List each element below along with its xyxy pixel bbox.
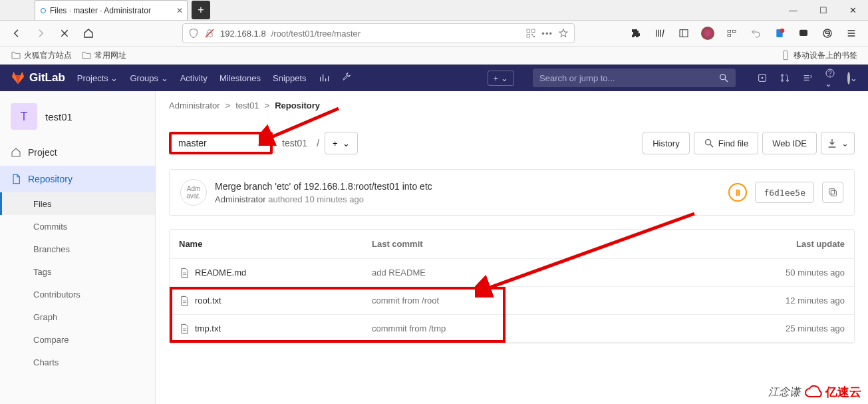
gitlab-brand[interactable]: GitLab (11, 71, 65, 85)
svg-point-17 (720, 75, 726, 80)
nav-snippets[interactable]: Snippets (273, 73, 307, 83)
folder-icon (11, 50, 21, 61)
svg-point-25 (829, 75, 830, 76)
copy-sha-button[interactable] (822, 182, 843, 203)
commit-title[interactable]: Merge branch 'etc' of 192.168.1.8:root/t… (215, 181, 720, 192)
url-bar[interactable]: 192.168.1.8/root/test01/tree/master ••• (182, 23, 575, 43)
undo-icon[interactable] (746, 23, 766, 43)
search-input[interactable] (539, 73, 718, 83)
sidebar-sub-branches[interactable]: Branches (0, 238, 155, 260)
sidebar-sub-tags[interactable]: Tags (0, 260, 155, 283)
sidebar-item-repository[interactable]: Repository (0, 166, 155, 192)
forward-button[interactable] (31, 23, 51, 43)
merge-requests-icon[interactable] (780, 73, 790, 83)
sidebar-sub-charts[interactable]: Charts (0, 351, 155, 373)
new-tab-button[interactable]: + (192, 1, 210, 19)
home-button[interactable] (78, 23, 98, 43)
svg-rect-7 (680, 30, 688, 37)
sidebar-toggle-icon[interactable] (674, 23, 694, 43)
branch-selector[interactable]: master ⌄ (169, 132, 273, 154)
crumb-admin[interactable]: Administrator (169, 101, 220, 110)
sidebar-sub-files[interactable]: Files (0, 192, 155, 215)
menu-button[interactable] (841, 23, 861, 43)
cloud-icon (804, 385, 824, 399)
svg-rect-4 (527, 34, 530, 37)
back-button[interactable] (7, 23, 27, 43)
sidebar-sub-contributors[interactable]: Contributors (0, 283, 155, 305)
svg-point-22 (782, 80, 784, 82)
svg-point-23 (787, 80, 789, 82)
qr-icon[interactable] (525, 28, 536, 39)
sidebar-project-header[interactable]: T test01 (0, 99, 155, 139)
pipeline-status-icon[interactable]: ⏸ (728, 183, 747, 202)
history-button[interactable]: History (643, 132, 689, 154)
help-icon[interactable]: ⌄ (825, 68, 835, 89)
minimize-button[interactable]: — (778, 1, 808, 20)
svg-line-18 (725, 79, 728, 82)
web-ide-button[interactable]: Web IDE (762, 132, 817, 154)
project-name: test01 (45, 111, 72, 122)
maximize-button[interactable]: ☐ (808, 1, 838, 20)
browser-titlebar: Files · master · Administrator ✕ + — ☐ ✕ (0, 0, 868, 21)
col-update: Last update (725, 239, 845, 249)
issues-icon[interactable] (757, 73, 768, 83)
pocket-icon[interactable] (794, 23, 813, 43)
nav-milestones[interactable]: Milestones (219, 73, 261, 83)
nav-admin-icon[interactable] (341, 73, 352, 83)
svg-rect-11 (728, 34, 731, 36)
bookmark-folder-firefox[interactable]: 火狐官方站点 (11, 50, 72, 61)
mobile-bookmarks[interactable]: 移动设备上的书签 (780, 50, 857, 61)
library-icon[interactable] (650, 23, 670, 43)
watermark: 江念谦 亿速云 (768, 384, 861, 400)
svg-rect-29 (829, 189, 835, 194)
sidebar-sub-compare[interactable]: Compare (0, 328, 155, 351)
sidebar-sub-commits[interactable]: Commits (0, 215, 155, 238)
file-name[interactable]: README.md (179, 268, 372, 278)
e-icon[interactable] (817, 23, 837, 43)
close-window-button[interactable]: ✕ (838, 1, 868, 20)
extensions-icon[interactable] (626, 23, 646, 43)
window-controls: — ☐ ✕ (778, 1, 868, 20)
svg-rect-3 (532, 29, 535, 33)
nav-stats-icon[interactable] (319, 73, 329, 83)
url-host: 192.168.1.8 (220, 29, 266, 39)
svg-line-27 (710, 144, 713, 147)
page-actions-icon[interactable]: ••• (541, 29, 553, 39)
svg-point-21 (782, 75, 784, 77)
svg-rect-6 (533, 36, 535, 37)
sidebar-sub-graph[interactable]: Graph (0, 305, 155, 328)
customize-icon[interactable] (722, 23, 742, 43)
sidebar-item-project[interactable]: Project (0, 139, 155, 166)
crumb-project[interactable]: test01 (235, 101, 259, 110)
bookmarks-bar: 火狐官方站点 常用网址 移动设备上的书签 (0, 47, 868, 65)
folder-icon (81, 50, 92, 61)
svg-rect-10 (732, 30, 736, 32)
nav-groups[interactable]: Groups ⌄ (130, 73, 168, 83)
commit-sha[interactable]: f6d1ee5e (755, 182, 814, 203)
doc-icon (11, 174, 21, 184)
todos-icon[interactable] (802, 73, 813, 83)
annotation-arrow-2 (475, 211, 701, 298)
nav-activity[interactable]: Activity (180, 73, 208, 83)
svg-point-26 (705, 140, 710, 145)
commit-author[interactable]: Administrator (215, 194, 266, 204)
chevron-down-icon: ⌄ (161, 73, 168, 83)
stop-reload-button[interactable] (55, 23, 74, 43)
file-last-update: 25 minutes ago (725, 323, 845, 333)
browser-tab-active[interactable]: Files · master · Administrator ✕ (35, 0, 188, 20)
downloads-icon[interactable] (770, 23, 790, 43)
bookmark-folder-common[interactable]: 常用网址 (81, 50, 126, 61)
profile-avatar-icon[interactable] (698, 23, 718, 43)
url-path: /root/test01/tree/master (271, 29, 361, 39)
nav-plus-button[interactable]: + ⌄ (488, 71, 514, 86)
global-search[interactable] (533, 69, 736, 87)
tab-close-icon[interactable]: ✕ (176, 6, 183, 15)
chevron-down-icon: ⌄ (841, 138, 849, 148)
find-file-button[interactable]: Find file (694, 132, 759, 154)
svg-rect-9 (728, 30, 731, 32)
nav-projects[interactable]: Projects ⌄ (77, 73, 118, 83)
shield-icon (188, 28, 199, 39)
bookmark-star-icon[interactable] (558, 28, 569, 39)
download-button[interactable]: ⌄ (821, 132, 855, 154)
user-menu[interactable]: ⌄ (847, 73, 857, 83)
